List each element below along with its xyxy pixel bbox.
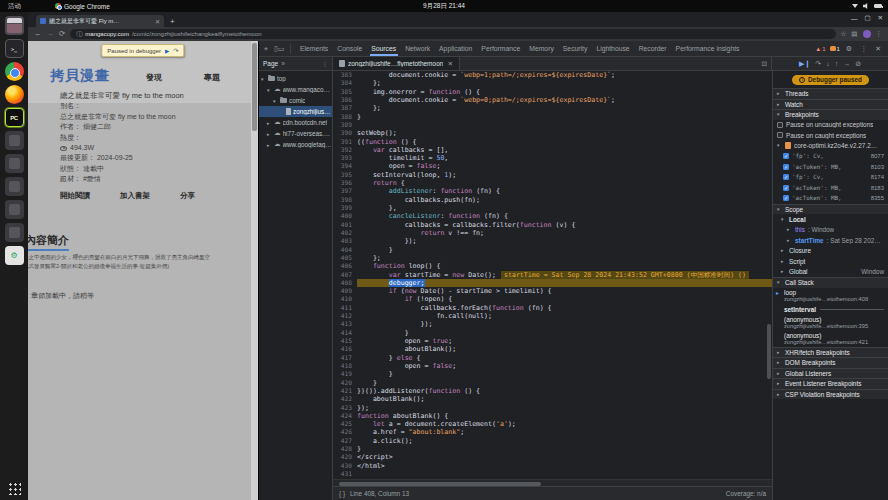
file-tree-item[interactable]: ▸☁hi77-overseas.ma…	[259, 128, 332, 139]
scope-local[interactable]: ▾Local	[773, 214, 888, 225]
breakpoint-file-group[interactable]: ▾core-optimi.kz2o4e.v2.27.2…	[773, 141, 888, 152]
line-number[interactable]: 421	[333, 387, 357, 395]
breakpoint-entry[interactable]: ✓'acToken': MB,8183	[773, 183, 888, 194]
line-number[interactable]: 401	[333, 221, 357, 229]
nav-topics[interactable]: 專題	[204, 72, 220, 83]
checkbox-checked[interactable]: ✓	[783, 174, 789, 180]
devtools-tab-lighthouse[interactable]: Lighthouse	[592, 41, 634, 56]
browser-menu-icon[interactable]: ⋮	[876, 30, 883, 38]
section-watch[interactable]: ▸Watch	[773, 99, 888, 110]
file-tree-item[interactable]: ▾☁www.mangacopy.…	[259, 84, 332, 95]
file-tree-item[interactable]: ▾comic	[259, 95, 332, 106]
section-scope[interactable]: ▾Scope	[773, 204, 888, 215]
app-icon-1[interactable]	[5, 131, 24, 150]
devtools-tab-memory[interactable]: Memory	[525, 41, 559, 56]
devtools-tab-security[interactable]: Security	[558, 41, 592, 56]
breakpoint-entry[interactable]: ✓'fp': Cv,8174	[773, 172, 888, 183]
inspect-element-icon[interactable]: ⌖	[262, 45, 270, 53]
chrome-app-icon[interactable]	[5, 62, 24, 81]
forward-icon[interactable]: →	[47, 30, 55, 38]
tree-expand-icon[interactable]: ▾	[261, 76, 266, 82]
line-number[interactable]: 410	[333, 295, 357, 303]
section-call-stack[interactable]: ▾Call Stack	[773, 277, 888, 288]
section-csp-violation-breakpoints[interactable]: ▸CSP Violation Breakpoints	[773, 389, 888, 400]
scope-variable[interactable]: ▸this: Window	[773, 225, 888, 236]
editor-file-tab[interactable]: zongzhijiushife…flymetothemoon ✕	[333, 57, 460, 70]
checkbox-checked[interactable]: ✓	[783, 195, 789, 201]
line-number[interactable]: 387	[333, 104, 357, 112]
line-number[interactable]: 412	[333, 312, 357, 320]
devtools-tab-elements[interactable]: Elements	[295, 41, 332, 56]
line-number[interactable]: 414	[333, 329, 357, 337]
file-tree-item[interactable]: zongzhijiushif…	[259, 106, 332, 117]
issues-badge[interactable]: 1	[830, 46, 840, 52]
bookmark-star-icon[interactable]: ☆	[841, 30, 847, 38]
tree-expand-icon[interactable]: ▸	[267, 131, 272, 137]
line-number[interactable]: 400	[333, 212, 357, 220]
file-tree-item[interactable]: ▾top	[259, 73, 332, 84]
banner-step-over-icon[interactable]: ↷	[173, 47, 178, 55]
open-file-icon[interactable]: ⊡	[762, 57, 771, 70]
line-number[interactable]: 397	[333, 187, 357, 195]
devtools-settings-icon[interactable]: ⚙	[844, 45, 854, 53]
editor-vertical-scrollbar[interactable]	[766, 71, 772, 479]
line-number[interactable]: 424	[333, 412, 357, 420]
app-icon-2[interactable]	[5, 154, 24, 173]
scope-variable[interactable]: ▸startTime: Sat Sep 28 2024 21…	[773, 235, 888, 246]
line-number[interactable]: 429	[333, 453, 357, 461]
section-breakpoints[interactable]: ▾Breakpoints	[773, 109, 888, 120]
breakpoint-option[interactable]: Pause on uncaught exceptions	[773, 120, 888, 131]
scope-closure[interactable]: ▸Closure	[773, 246, 888, 257]
tree-expand-icon[interactable]: ▾	[267, 87, 272, 93]
line-number[interactable]: 417	[333, 354, 357, 362]
deactivate-breakpoints-icon[interactable]: ⊘	[855, 60, 861, 68]
devtools-tab-network[interactable]: Network	[401, 41, 435, 56]
navigator-pane-title[interactable]: Page	[263, 60, 278, 67]
app-icon-4[interactable]	[5, 200, 24, 219]
code-editor[interactable]: 383 document.cookie = `webp=1;path=/;exp…	[333, 71, 772, 479]
activities-button[interactable]: 活动	[0, 2, 29, 11]
action-start-reading[interactable]: 開始閱讀	[60, 191, 90, 201]
site-info-icon[interactable]: ⓘ	[76, 30, 82, 39]
action-share[interactable]: 分享	[180, 191, 195, 201]
call-stack-frame[interactable]: loopzongzhijiushife…etothemoon:408	[773, 288, 888, 304]
clock[interactable]: 9月28日 21:44	[423, 2, 465, 11]
checkbox-unchecked[interactable]	[777, 132, 783, 138]
line-number[interactable]: 422	[333, 395, 357, 403]
line-number[interactable]: 423	[333, 404, 357, 412]
line-number[interactable]: 391	[333, 138, 357, 146]
new-tab-button[interactable]: +	[170, 17, 175, 27]
line-number[interactable]: 419	[333, 370, 357, 378]
line-number[interactable]: 398	[333, 196, 357, 204]
editor-hscroll-thumb[interactable]	[339, 482, 541, 486]
navigator-menu-icon[interactable]: ⋮	[322, 60, 328, 67]
line-number[interactable]: 430	[333, 462, 357, 470]
line-number[interactable]: 399	[333, 204, 357, 212]
breakpoint-entry[interactable]: ✓'acToken': MB,8103	[773, 162, 888, 173]
call-stack-frame[interactable]: (anonymous)zongzhijiushife…etothemoon:42…	[773, 331, 888, 347]
section-threads[interactable]: ▸Threads	[773, 88, 888, 99]
tree-expand-icon[interactable]: ▾	[273, 98, 278, 104]
devtools-close-icon[interactable]: ✕	[873, 45, 883, 53]
file-tree-item[interactable]: ▸☁cdn.bootcdn.net	[259, 117, 332, 128]
page-scrollbar[interactable]	[251, 41, 258, 500]
url-bar[interactable]: ⓘ mangacopy.com/comic/zongzhijiushifeich…	[70, 29, 835, 39]
section-xhr-fetch-breakpoints[interactable]: ▸XHR/fetch Breakpoints	[773, 347, 888, 358]
breakpoint-entry[interactable]: ✓'acToken': MB,8355	[773, 193, 888, 204]
line-number[interactable]: 428	[333, 445, 357, 453]
devtools-tab-console[interactable]: Console	[333, 41, 367, 56]
devtools-tab-performance[interactable]: Performance	[477, 41, 525, 56]
step-icon[interactable]: →	[843, 60, 850, 67]
breakpoint-entry[interactable]: ✓'fp': Cv,8077	[773, 151, 888, 162]
line-number[interactable]: 404	[333, 246, 357, 254]
line-number[interactable]: 405	[333, 254, 357, 262]
editor-file-tab-close-icon[interactable]: ✕	[447, 60, 452, 68]
line-number[interactable]: 413	[333, 320, 357, 328]
site-logo[interactable]: 拷貝漫畫	[50, 67, 110, 85]
terminal-app-icon[interactable]: >_	[5, 39, 24, 58]
line-number[interactable]: 394	[333, 162, 357, 170]
back-icon[interactable]: ←	[34, 30, 42, 38]
more-panes-icon[interactable]: »	[281, 60, 285, 67]
line-number[interactable]: 390	[333, 129, 357, 137]
maximize-icon[interactable]: ▢	[864, 14, 870, 22]
